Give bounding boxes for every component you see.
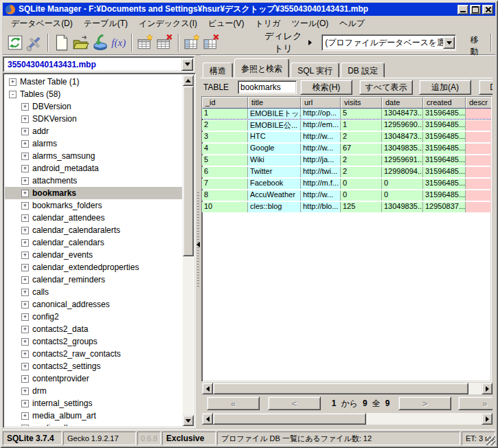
table-cell[interactable] [466,179,492,189]
table-cell[interactable]: 31596485... [423,144,466,154]
tree-item[interactable]: +alarms_samsung [5,150,182,162]
table-row[interactable]: 2EMOBILE公...http://em...112959690...3159… [202,120,491,131]
expand-icon[interactable]: + [21,289,29,296]
open-database-button[interactable] [71,32,91,53]
table-cell[interactable]: 1 [341,120,382,131]
expand-icon[interactable]: + [21,350,29,358]
tree-item[interactable]: +media_albums [5,422,182,426]
tree-item[interactable]: +config2 [5,311,182,323]
table-cell[interactable]: 4 [202,144,248,154]
table-cell[interactable] [466,120,492,131]
expand-icon[interactable]: + [21,227,29,234]
scroll-up-button[interactable] [183,75,194,86]
table-cell[interactable]: http://blo... [301,202,341,212]
database-selector-arrow-button[interactable] [181,58,193,71]
scroll-left-button[interactable] [202,413,213,425]
table-row[interactable]: 6Twitterhttp://twi...212998094...3159648… [202,167,491,177]
tree-item[interactable]: +contacts2_groups [5,335,182,348]
show-all-button[interactable]: すべて表示 [359,80,413,95]
table-cell[interactable]: http://op... [301,109,341,119]
create-table-button[interactable] [136,32,155,53]
table-row[interactable]: 1EMOBILEトッ...http://op...513048473...315… [202,109,491,119]
table-cell[interactable]: http://w... [301,132,341,142]
table-cell[interactable]: 31596485... [423,155,466,166]
expand-icon[interactable]: + [21,190,29,197]
expand-icon[interactable]: + [21,115,29,123]
scroll-right-button[interactable] [482,413,493,425]
table-row[interactable]: 4Googlehttp://w...6713049835...31596485.… [202,144,491,154]
table-cell[interactable]: http://m.f... [301,179,341,189]
expand-icon[interactable]: + [21,128,29,135]
splitter-collapse-icon[interactable] [196,242,200,247]
table-cell[interactable]: 12998094... [382,167,423,177]
table-cell[interactable]: 12950837... [423,202,466,212]
tree-scrollbar[interactable] [183,75,194,426]
tree-item[interactable]: +contentprovider [5,372,182,385]
table-cell[interactable]: 0 [382,190,423,201]
table-cell[interactable] [466,167,492,177]
expand-icon[interactable]: + [21,425,29,427]
table-cell[interactable]: 13048473... [382,132,423,142]
table-cell[interactable]: 12959691... [382,155,423,166]
scroll-down-button[interactable] [183,415,194,426]
expand-icon[interactable]: + [21,412,29,420]
table-cell[interactable]: 2 [341,167,382,177]
expand-icon[interactable]: + [21,264,29,271]
table-cell[interactable]: Twitter [248,167,301,177]
tree-item[interactable]: +calendar_reminders [5,273,182,286]
expand-icon[interactable]: + [21,326,29,333]
directory-button[interactable]: ディレクトリ [257,34,318,51]
tree-scrollbar-thumb[interactable] [183,86,194,256]
table-cell[interactable]: 31596485... [423,167,466,177]
first-page-button[interactable]: « [207,396,260,410]
expand-icon[interactable]: + [21,214,29,222]
table-cell[interactable]: 0 [341,179,382,189]
expand-icon[interactable]: + [21,375,29,383]
column-header[interactable]: _id [202,97,248,109]
tools-button[interactable] [25,32,44,53]
table-cell[interactable] [466,190,492,201]
tree-item[interactable]: +android_metadata [5,162,182,175]
table-cell[interactable]: 5 [341,109,382,119]
table-row[interactable]: 7Facebookhttp://m.f...0031596485... [202,179,491,189]
table-cell[interactable]: 13048473... [382,109,423,119]
table-cell[interactable]: http://twi... [301,167,341,177]
database-selector[interactable]: 355043040143431.mbp [3,56,194,72]
table-cell[interactable]: 13049835... [382,144,423,154]
table-cell[interactable]: AccuWeather [248,190,301,201]
tab-1[interactable]: 構造 [203,63,233,78]
tree-item[interactable]: +addr [5,125,182,137]
table-cell[interactable] [466,144,492,154]
minimize-button[interactable] [457,5,468,14]
column-header[interactable]: descr [466,97,492,109]
expand-icon[interactable]: + [21,276,29,284]
table-cell[interactable]: 31596485... [423,179,466,189]
resize-grip[interactable] [486,436,495,445]
table-row[interactable]: 8AccuWeatherhttp://w...0031596485... [202,190,491,201]
expand-icon[interactable]: + [21,153,29,160]
tab-2[interactable]: 参照と検索 [234,58,289,78]
tree-item[interactable]: +attachments [5,175,182,187]
table-cell[interactable]: 13049835... [382,202,423,212]
tree-item[interactable]: +contacts2_raw_contacts [5,348,182,360]
panel-hscrollbar-thumb[interactable] [213,413,366,425]
add-button[interactable]: 追加(A) [419,80,471,95]
table-cell[interactable]: 31596485... [423,109,466,119]
table-row[interactable]: 10cles::bloghttp://blo...12513049835...1… [202,202,491,212]
profile-db-select[interactable]: (プロファイルデータベースを選択) [321,34,456,51]
table-cell[interactable]: HTC [248,132,301,142]
tree-item[interactable]: +alarms [5,137,182,150]
tree-item[interactable]: +internal_settings [5,397,182,410]
table-cell[interactable]: 12959690... [382,120,423,131]
table-row[interactable]: 5Wikihttp://ja...212959691...31596485... [202,155,491,166]
tree-item[interactable]: +DBVersion [5,100,182,113]
table-cell[interactable]: 2 [202,120,248,131]
menu-item[interactable]: データベース(D) [5,16,78,32]
table-cell[interactable]: 6 [202,167,248,177]
table-cell[interactable]: 0 [382,179,423,189]
next-page-button[interactable]: > [398,396,451,410]
table-cell[interactable]: 8 [202,190,248,201]
column-header[interactable]: date [382,97,423,109]
expand-icon[interactable]: + [21,313,29,321]
expand-icon[interactable]: + [9,78,16,86]
